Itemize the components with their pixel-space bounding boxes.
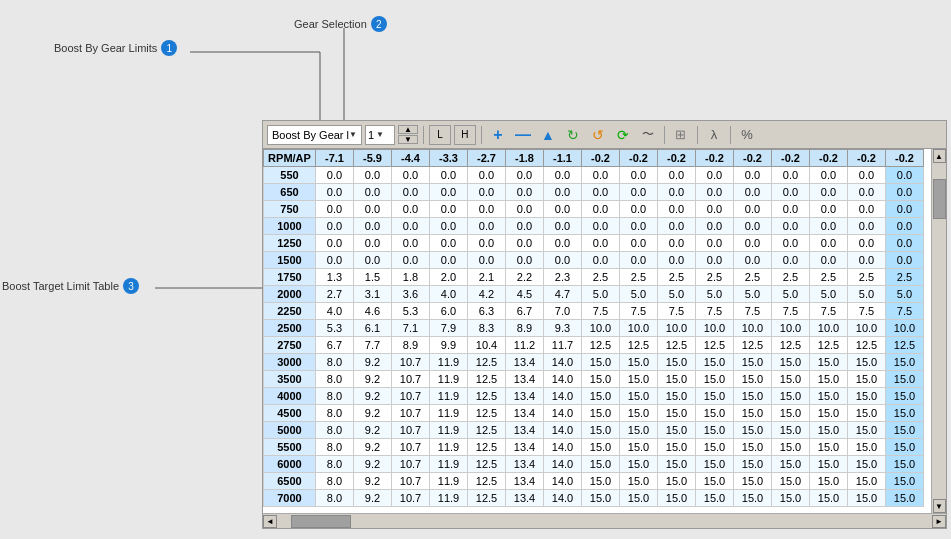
val-cell[interactable]: 15.0 — [582, 388, 620, 405]
val-cell[interactable]: 15.0 — [848, 473, 886, 490]
val-cell[interactable]: 0.0 — [468, 252, 506, 269]
val-cell[interactable]: 15.0 — [810, 405, 848, 422]
val-cell[interactable]: 3.6 — [392, 286, 430, 303]
val-cell[interactable]: 15.0 — [658, 490, 696, 507]
val-cell[interactable]: 0.0 — [658, 218, 696, 235]
val-cell[interactable]: 0.0 — [506, 252, 544, 269]
val-cell[interactable]: 0.0 — [658, 252, 696, 269]
val-cell[interactable]: 0.0 — [316, 235, 354, 252]
val-cell[interactable]: 15.0 — [658, 371, 696, 388]
up-arrow-btn[interactable]: ▲ — [537, 124, 559, 146]
val-cell[interactable]: 0.0 — [772, 201, 810, 218]
val-cell[interactable]: 5.0 — [696, 286, 734, 303]
val-cell[interactable]: 0.0 — [810, 184, 848, 201]
val-cell[interactable]: 1.3 — [316, 269, 354, 286]
val-cell[interactable]: 11.9 — [430, 456, 468, 473]
val-cell[interactable]: 7.5 — [886, 303, 924, 320]
table-container[interactable]: RPM/AP-7.1-5.9-4.4-3.3-2.7-1.8-1.1-0.2-0… — [263, 149, 931, 513]
val-cell[interactable]: 12.5 — [468, 473, 506, 490]
val-cell[interactable]: 12.5 — [772, 337, 810, 354]
val-cell[interactable]: 15.0 — [734, 388, 772, 405]
val-cell[interactable]: 0.0 — [392, 167, 430, 184]
val-cell[interactable]: 10.7 — [392, 388, 430, 405]
val-cell[interactable]: 15.0 — [620, 388, 658, 405]
val-cell[interactable]: 12.5 — [468, 490, 506, 507]
val-cell[interactable]: 15.0 — [582, 490, 620, 507]
val-cell[interactable]: 0.0 — [544, 167, 582, 184]
val-cell[interactable]: 15.0 — [810, 354, 848, 371]
val-cell[interactable]: 0.0 — [658, 167, 696, 184]
val-cell[interactable]: 13.4 — [506, 405, 544, 422]
val-cell[interactable]: 15.0 — [734, 456, 772, 473]
val-cell[interactable]: 0.0 — [848, 184, 886, 201]
val-cell[interactable]: 13.4 — [506, 473, 544, 490]
val-cell[interactable]: 15.0 — [772, 371, 810, 388]
val-cell[interactable]: 0.0 — [696, 184, 734, 201]
val-cell[interactable]: 15.0 — [582, 473, 620, 490]
val-cell[interactable]: 15.0 — [658, 388, 696, 405]
val-cell[interactable]: 10.7 — [392, 490, 430, 507]
val-cell[interactable]: 0.0 — [354, 235, 392, 252]
val-cell[interactable]: 15.0 — [658, 354, 696, 371]
val-cell[interactable]: 14.0 — [544, 405, 582, 422]
val-cell[interactable]: 15.0 — [772, 439, 810, 456]
gear-select[interactable]: 1 ▼ — [365, 125, 395, 145]
val-cell[interactable]: 1.5 — [354, 269, 392, 286]
val-cell[interactable]: 15.0 — [696, 456, 734, 473]
val-cell[interactable]: 15.0 — [886, 422, 924, 439]
val-cell[interactable]: 5.0 — [734, 286, 772, 303]
val-cell[interactable]: 15.0 — [658, 439, 696, 456]
val-cell[interactable]: 15.0 — [734, 354, 772, 371]
val-cell[interactable]: 12.5 — [886, 337, 924, 354]
val-cell[interactable]: 8.0 — [316, 473, 354, 490]
val-cell[interactable]: 0.0 — [392, 184, 430, 201]
val-cell[interactable]: 0.0 — [734, 218, 772, 235]
val-cell[interactable]: 15.0 — [658, 473, 696, 490]
val-cell[interactable]: 0.0 — [506, 218, 544, 235]
val-cell[interactable]: 15.0 — [886, 456, 924, 473]
val-cell[interactable]: 0.0 — [620, 184, 658, 201]
val-cell[interactable]: 12.5 — [468, 405, 506, 422]
val-cell[interactable]: 0.0 — [696, 167, 734, 184]
val-cell[interactable]: 0.0 — [848, 218, 886, 235]
val-cell[interactable]: 15.0 — [886, 354, 924, 371]
val-cell[interactable]: 0.0 — [886, 252, 924, 269]
val-cell[interactable]: 0.0 — [848, 167, 886, 184]
val-cell[interactable]: 2.5 — [810, 269, 848, 286]
val-cell[interactable]: 2.5 — [886, 269, 924, 286]
val-cell[interactable]: 0.0 — [544, 252, 582, 269]
val-cell[interactable]: 15.0 — [620, 456, 658, 473]
val-cell[interactable]: 12.5 — [582, 337, 620, 354]
dropdown-label[interactable]: Boost By Gear l ▼ — [267, 125, 362, 145]
val-cell[interactable]: 0.0 — [582, 235, 620, 252]
val-cell[interactable]: 0.0 — [316, 167, 354, 184]
val-cell[interactable]: 15.0 — [810, 371, 848, 388]
val-cell[interactable]: 15.0 — [620, 371, 658, 388]
val-cell[interactable]: 11.9 — [430, 473, 468, 490]
val-cell[interactable]: 7.5 — [620, 303, 658, 320]
increment-btn[interactable]: ▲ — [398, 125, 418, 134]
val-cell[interactable]: 0.0 — [772, 218, 810, 235]
val-cell[interactable]: 10.0 — [696, 320, 734, 337]
val-cell[interactable]: 15.0 — [734, 490, 772, 507]
val-cell[interactable]: 13.4 — [506, 456, 544, 473]
val-cell[interactable]: 14.0 — [544, 439, 582, 456]
val-cell[interactable]: 12.5 — [468, 439, 506, 456]
val-cell[interactable]: 15.0 — [658, 456, 696, 473]
val-cell[interactable]: 7.5 — [848, 303, 886, 320]
val-cell[interactable]: 15.0 — [772, 456, 810, 473]
val-cell[interactable]: 11.7 — [544, 337, 582, 354]
val-cell[interactable]: 12.5 — [848, 337, 886, 354]
val-cell[interactable]: 10.0 — [772, 320, 810, 337]
val-cell[interactable]: 15.0 — [848, 422, 886, 439]
val-cell[interactable]: 9.9 — [430, 337, 468, 354]
val-cell[interactable]: 15.0 — [772, 473, 810, 490]
val-cell[interactable]: 8.0 — [316, 405, 354, 422]
val-cell[interactable]: 15.0 — [734, 473, 772, 490]
val-cell[interactable]: 2.7 — [316, 286, 354, 303]
val-cell[interactable]: 7.5 — [734, 303, 772, 320]
val-cell[interactable]: 0.0 — [696, 252, 734, 269]
val-cell[interactable]: 14.0 — [544, 490, 582, 507]
val-cell[interactable]: 14.0 — [544, 354, 582, 371]
btn-L[interactable]: L — [429, 125, 451, 145]
